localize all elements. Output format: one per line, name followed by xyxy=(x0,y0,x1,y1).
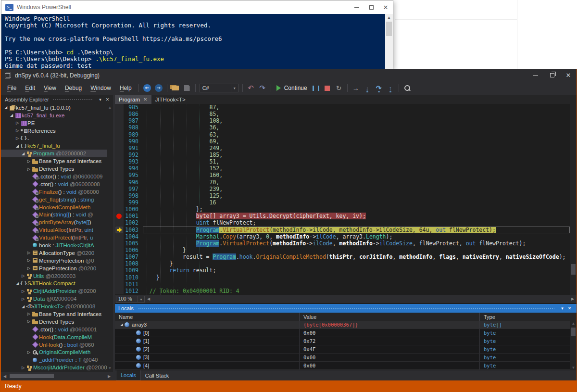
locals-value-cell[interactable]: 0x00 xyxy=(300,354,480,361)
expander-closed-icon[interactable] xyxy=(26,350,32,354)
code-line[interactable]: 1012 // Token: 0x04000001 RID: 4 xyxy=(115,288,577,294)
code-line[interactable]: 1009 return result; xyxy=(115,267,577,274)
code-line[interactable]: 990 69, xyxy=(115,138,577,145)
step-out-icon[interactable] xyxy=(385,82,396,94)
locals-row[interactable]: [1]0x72byte xyxy=(115,337,577,345)
tree-item[interactable]: SJITHook.Compact xyxy=(1,279,113,287)
expander-closed-icon[interactable] xyxy=(14,136,20,140)
breakpoint-margin[interactable] xyxy=(115,247,124,253)
show-next-statement-icon[interactable] xyxy=(350,82,362,94)
expander-closed-icon[interactable] xyxy=(14,128,20,133)
code-line[interactable]: 1011 xyxy=(115,281,577,288)
panel-close-icon[interactable]: ✕ xyxy=(104,97,111,102)
menu-help[interactable]: Help xyxy=(115,85,136,91)
close-button[interactable]: ✕ xyxy=(378,0,393,14)
tree-item[interactable]: OriginalCompileMeth xyxy=(1,349,113,356)
scrollbar-thumb[interactable] xyxy=(10,374,54,378)
assembly-explorer-header[interactable]: Assembly Explorer ▾ ✕ xyxy=(1,95,113,104)
tree-item[interactable]: HookedCompileMeth xyxy=(1,203,113,211)
tree-item[interactable]: hook : JITHook<ClrjitA xyxy=(1,241,113,249)
tab-program[interactable]: Program✕ xyxy=(115,95,151,104)
tree-item[interactable]: UnHook() : bool @060 xyxy=(1,341,113,349)
breakpoint-margin[interactable] xyxy=(115,124,124,131)
expander-closed-icon[interactable] xyxy=(26,251,32,255)
locals-value-cell[interactable]: 0x72 xyxy=(300,337,480,345)
scrollbar-thumb[interactable] xyxy=(571,328,576,336)
code-line[interactable]: 997 239, xyxy=(115,186,577,192)
tree-horizontal-scrollbar[interactable]: ◀ ▶ xyxy=(1,372,113,380)
breakpoint-margin[interactable] xyxy=(115,253,124,260)
locals-type-cell[interactable]: byte xyxy=(480,337,577,345)
expander-open-icon[interactable]: ◢ xyxy=(119,323,125,327)
tree-item[interactable]: Derived Types xyxy=(1,318,113,326)
expander-closed-icon[interactable] xyxy=(14,121,20,125)
save-all-icon[interactable] xyxy=(181,82,193,94)
menu-window[interactable]: Window xyxy=(86,85,115,91)
locals-row[interactable]: [0]0x00byte xyxy=(115,329,577,337)
locals-name-cell[interactable]: [4] xyxy=(115,362,300,369)
breakpoint-margin[interactable] xyxy=(115,186,124,192)
tree-item[interactable]: Program @02000002 xyxy=(1,150,113,157)
expander-closed-icon[interactable] xyxy=(26,159,32,164)
expander-closed-icon[interactable] xyxy=(26,167,32,171)
pause-icon[interactable] xyxy=(310,82,322,94)
maximize-button[interactable] xyxy=(364,0,378,14)
locals-type-cell[interactable]: byte xyxy=(480,329,577,337)
breakpoint-margin[interactable] xyxy=(115,233,124,240)
code-line[interactable]: 1000 }; xyxy=(115,206,577,213)
expander-closed-icon[interactable] xyxy=(20,297,26,301)
restore-button[interactable] xyxy=(544,69,560,81)
code-line[interactable]: 987 108, xyxy=(115,117,577,124)
tree-item[interactable]: Utils @02000003 xyxy=(1,272,113,280)
close-button[interactable]: ✕ xyxy=(560,69,577,81)
locals-value-cell[interactable]: 0x00 xyxy=(300,329,480,337)
powershell-titlebar[interactable]: >_ Windows PowerShell ✕ xyxy=(1,0,393,14)
search-icon[interactable] xyxy=(401,82,413,94)
locals-name-cell[interactable]: [2] xyxy=(115,345,300,353)
expander-closed-icon[interactable] xyxy=(20,289,26,293)
code-line[interactable]: 1001 byte[] array3 = Utils.Decrypt(ciphe… xyxy=(115,213,577,219)
tree-item[interactable]: .ctor() : void @06000008 xyxy=(1,180,113,188)
scroll-up-icon[interactable]: ▲ xyxy=(108,104,112,111)
scroll-down-icon[interactable]: ▼ xyxy=(108,365,112,372)
code-editor[interactable]: 985 87,986 85,987 108,988 36,989 63,990 … xyxy=(115,104,577,295)
code-line[interactable]: 991 249, xyxy=(115,145,577,152)
tree-item[interactable]: Derived Types xyxy=(1,165,113,173)
tree-item[interactable]: MscorjitAddrProvider @02000 xyxy=(1,364,113,371)
tree-item[interactable]: printByteArray(byte[]) xyxy=(1,218,113,226)
redo-icon[interactable] xyxy=(257,82,268,94)
breakpoint-margin[interactable] xyxy=(115,145,124,152)
code-line[interactable]: 999 16 xyxy=(115,199,577,206)
code-line[interactable]: 989 63, xyxy=(115,131,577,138)
panel-close-icon[interactable]: ✕ xyxy=(566,306,573,311)
code-line[interactable]: 1002 uint flNewProtect; xyxy=(115,219,577,226)
step-into-icon[interactable] xyxy=(362,82,373,94)
code-line[interactable]: 992 185, xyxy=(115,152,577,158)
tree-item[interactable]: Finalize() : void @06000 xyxy=(1,188,113,196)
tree-item[interactable]: References xyxy=(1,127,113,135)
breakpoint-margin[interactable] xyxy=(115,152,124,158)
nav-back-icon[interactable] xyxy=(141,82,153,94)
tree-item[interactable]: Hook(Data.CompileM xyxy=(1,333,113,341)
code-line[interactable]: 998 125, xyxy=(115,192,577,199)
panel-menu-icon[interactable]: ▾ xyxy=(97,97,104,102)
scroll-right-icon[interactable]: ▶ xyxy=(105,374,113,379)
chevron-down-icon[interactable]: ▼ xyxy=(231,84,238,92)
breakpoint-margin[interactable] xyxy=(115,192,124,199)
code-line[interactable]: 1007 result = Program.hook.OriginalCompi… xyxy=(115,253,577,260)
locals-titlebar[interactable]: Locals ▾ ✕ xyxy=(115,304,577,313)
locals-name-cell[interactable]: [0] xyxy=(115,329,300,337)
tree-item[interactable]: .cctor() : void @06000009 xyxy=(1,173,113,180)
stop-icon[interactable] xyxy=(322,82,333,94)
breakpoint-margin[interactable] xyxy=(115,240,124,247)
close-icon[interactable]: ✕ xyxy=(143,97,147,102)
locals-name-cell[interactable]: [3] xyxy=(115,354,300,361)
dnspy-titlebar[interactable]: dnSpy v6.0.4 (32-bit, Debugging) ✕ xyxy=(1,69,577,81)
breakpoint-margin[interactable] xyxy=(115,206,124,213)
nav-forward-icon[interactable] xyxy=(153,82,164,94)
locals-value-cell[interactable]: 0x4F xyxy=(300,345,480,353)
code-line[interactable]: 1005 Program.VirtualProtect(methodInfo->… xyxy=(115,240,577,247)
tree-item[interactable]: _addrProvider : T @040 xyxy=(1,356,113,364)
menu-edit[interactable]: Edit xyxy=(21,85,39,91)
breakpoint-margin[interactable] xyxy=(115,104,124,111)
